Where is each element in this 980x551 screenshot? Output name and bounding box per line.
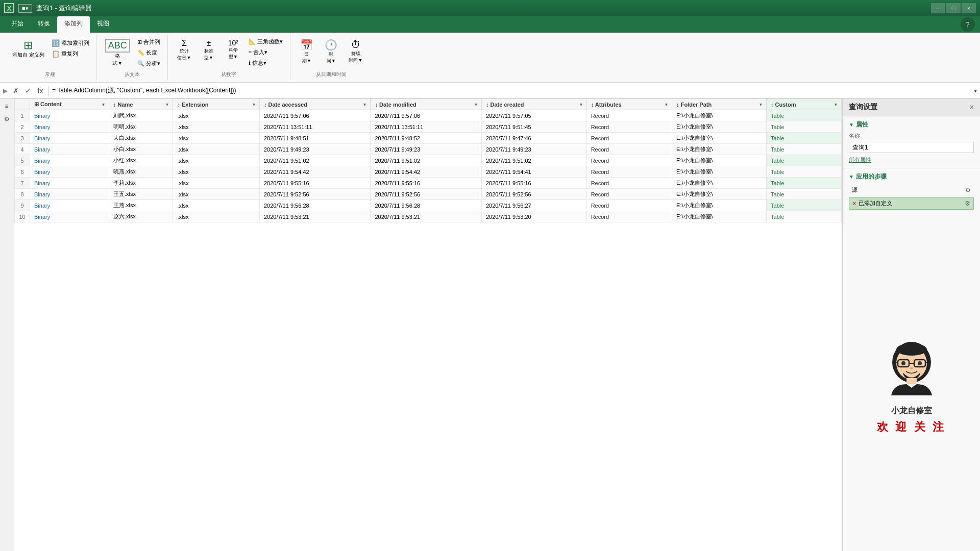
col-folder-path-filter[interactable]: ▾ <box>760 102 762 107</box>
sidebar-icon-2[interactable]: ⚙ <box>1 114 12 125</box>
step-delete-icon[interactable]: × <box>852 199 856 207</box>
titlebar-left: X ■▾ 查询1 - 查询编辑器 <box>4 3 92 13</box>
standard-button[interactable]: ± 标准型▼ <box>198 37 220 68</box>
step-label: 已添加自定义 <box>859 199 892 207</box>
formula-input[interactable] <box>52 87 971 94</box>
rounding-button[interactable]: ≈ 舍入▾ <box>247 47 285 57</box>
cell-attr: Record <box>586 211 672 222</box>
cell-path: E:\小龙自修室\ <box>672 166 767 178</box>
stats-button[interactable]: Σ 统计信息▼ <box>173 37 195 68</box>
length-button[interactable]: 📏 长度 <box>135 48 162 58</box>
step-gear-icon[interactable]: ⚙ <box>965 200 970 207</box>
scientific-button[interactable]: 10² 科学型▼ <box>222 37 244 68</box>
nav-right-icon[interactable]: ▶ <box>3 87 8 94</box>
col-date-accessed[interactable]: ↕ Date accessed ▾ <box>259 99 371 110</box>
cell-custom: Table <box>767 178 842 189</box>
properties-section: ▼ 属性 名称 所有属性 <box>843 116 980 168</box>
confirm-formula-icon[interactable]: ✓ <box>23 87 33 95</box>
tab-home[interactable]: 开始 <box>4 16 31 33</box>
table-row[interactable]: 9 Binary 王燕.xlsx .xlsx 2020/7/11 9:56:28… <box>15 200 842 211</box>
add-custom-column-button[interactable]: ⊞ 添加自 定义列 <box>9 37 47 60</box>
cancel-formula-icon[interactable]: ✗ <box>11 87 21 95</box>
table-row[interactable]: 2 Binary 明明.xlsx .xlsx 2020/7/11 13:51:1… <box>15 121 842 133</box>
formula-dropdown-icon[interactable]: ▾ <box>974 87 977 94</box>
cell-name: 赵六.xlsx <box>109 211 173 222</box>
ribbon-tabs: 开始 转换 添加列 视图 ? <box>0 16 980 33</box>
sidebar-icon-1[interactable]: ≡ <box>1 101 12 112</box>
trig-button[interactable]: 📐 三角函数▾ <box>247 37 285 46</box>
table-row[interactable]: 4 Binary 小白.xlsx .xlsx 2020/7/11 9:49:23… <box>15 144 842 155</box>
cell-content: Binary <box>30 189 109 200</box>
all-properties-link[interactable]: 所有属性 <box>849 157 871 163</box>
cell-path: E:\小龙自修室\ <box>672 110 767 121</box>
time-button[interactable]: 🕐 时间▼ <box>320 37 342 66</box>
col-date-created[interactable]: ↕ Date created ▾ <box>481 99 586 110</box>
cell-path: E:\小龙自修室\ <box>672 211 767 222</box>
maximize-button[interactable]: □ <box>946 3 961 13</box>
col-date-accessed-filter[interactable]: ▾ <box>363 102 366 107</box>
col-name-filter[interactable]: ▾ <box>166 102 168 107</box>
table-row[interactable]: 8 Binary 王五.xlsx .xlsx 2020/7/11 9:52:56… <box>15 189 842 200</box>
cell-accessed: 2020/7/11 9:52:56 <box>259 189 371 200</box>
table-row[interactable]: 10 Binary 赵六.xlsx .xlsx 2020/7/11 9:53:2… <box>15 211 842 222</box>
cell-created: 2020/7/11 9:56:27 <box>481 200 586 211</box>
col-extension-filter[interactable]: ▾ <box>253 102 255 107</box>
merge-columns-button[interactable]: ⊞ 合并列 <box>135 37 162 47</box>
cell-name: 明明.xlsx <box>109 121 173 133</box>
cell-modified: 2020/7/11 9:55:16 <box>371 178 482 189</box>
cell-attr: Record <box>586 166 672 178</box>
step-item-0[interactable]: 源 ⚙ <box>849 184 974 196</box>
close-button[interactable]: × <box>962 3 976 13</box>
cell-ext: .xlsx <box>173 144 260 155</box>
col-custom[interactable]: ↕ Custom ▾ <box>767 99 842 110</box>
col-date-modified-filter[interactable]: ▾ <box>475 102 477 107</box>
add-index-button[interactable]: 🔢 添加索引列 <box>50 38 91 48</box>
table-row[interactable]: 1 Binary 刘武.xlsx .xlsx 2020/7/11 9:57:06… <box>15 110 842 121</box>
table-row[interactable]: 7 Binary 李莉.xlsx .xlsx 2020/7/11 9:55:16… <box>15 178 842 189</box>
table-row[interactable]: 3 Binary 大白.xlsx .xlsx 2020/7/11 9:48:51… <box>15 133 842 144</box>
col-folder-path[interactable]: ↕ Folder Path ▾ <box>672 99 767 110</box>
format-button[interactable]: ABC 格式▼ <box>102 37 133 69</box>
table-row[interactable]: 5 Binary 小红.xlsx .xlsx 2020/7/11 9:51:02… <box>15 155 842 166</box>
col-extension[interactable]: ↕ Extension ▾ <box>173 99 260 110</box>
fx-icon[interactable]: fx <box>35 87 45 95</box>
query-name-input[interactable] <box>849 142 974 153</box>
cell-custom: Table <box>767 189 842 200</box>
cell-accessed: 2020/7/11 9:54:42 <box>259 166 371 178</box>
col-date-created-filter[interactable]: ▾ <box>580 102 582 107</box>
tab-transform[interactable]: 转换 <box>31 16 57 33</box>
minimize-button[interactable]: — <box>931 3 945 13</box>
cell-ext: .xlsx <box>173 155 260 166</box>
col-attributes[interactable]: ↕ Attributes ▾ <box>586 99 672 110</box>
right-panel-close-button[interactable]: × <box>970 103 974 111</box>
app-icon: X <box>4 3 14 13</box>
duration-button[interactable]: ⏱ 持续时间▼ <box>345 37 367 66</box>
sidebar-icons: ≡ ⚙ <box>0 98 14 551</box>
col-custom-filter[interactable]: ▾ <box>835 102 837 107</box>
welcome-text: 欢 迎 关 注 <box>877 419 945 435</box>
date-button[interactable]: 📅 日期▼ <box>296 37 318 66</box>
cell-accessed: 2020/7/11 9:48:51 <box>259 133 371 144</box>
table-row[interactable]: 6 Binary 晓燕.xlsx .xlsx 2020/7/11 9:54:42… <box>15 166 842 178</box>
tab-addcolumn[interactable]: 添加列 <box>57 16 90 33</box>
titlebar-menu: ■▾ <box>18 4 32 13</box>
tab-view[interactable]: 视图 <box>90 16 116 33</box>
step-gear-icon[interactable]: ⚙ <box>965 187 971 194</box>
table-container[interactable]: ⊞ Content ▾ ↕ Name ▾ ↕ Extension ▾ <box>14 98 842 551</box>
col-content[interactable]: ⊞ Content ▾ <box>30 99 109 110</box>
help-button[interactable]: ? <box>961 17 975 32</box>
col-attributes-filter[interactable]: ▾ <box>665 102 668 107</box>
duplicate-column-button[interactable]: 📋 重复列 <box>50 49 91 59</box>
cell-name: 李莉.xlsx <box>109 178 173 189</box>
quick-access[interactable]: ■▾ <box>18 4 32 13</box>
main-layout: ≡ ⚙ ⊞ Content ▾ ↕ Name ▾ <box>0 98 980 551</box>
col-content-filter[interactable]: ▾ <box>102 102 105 107</box>
col-name[interactable]: ↕ Name ▾ <box>109 99 173 110</box>
col-date-modified[interactable]: ↕ Date modified ▾ <box>371 99 482 110</box>
svg-point-9 <box>918 361 922 365</box>
info-button[interactable]: ℹ 信息▾ <box>247 58 285 68</box>
ribbon-group-fromnumber: Σ 统计信息▼ ± 标准型▼ 10² 科学型▼ 📐 三角函数▾ ≈ 舍入▾ ℹ … <box>168 35 290 80</box>
step-item-1[interactable]: × 已添加自定义 ⚙ <box>849 197 974 210</box>
analyze-button[interactable]: 🔍 分析▾ <box>135 59 162 68</box>
steps-container: 源 ⚙ × 已添加自定义 ⚙ <box>849 184 974 210</box>
